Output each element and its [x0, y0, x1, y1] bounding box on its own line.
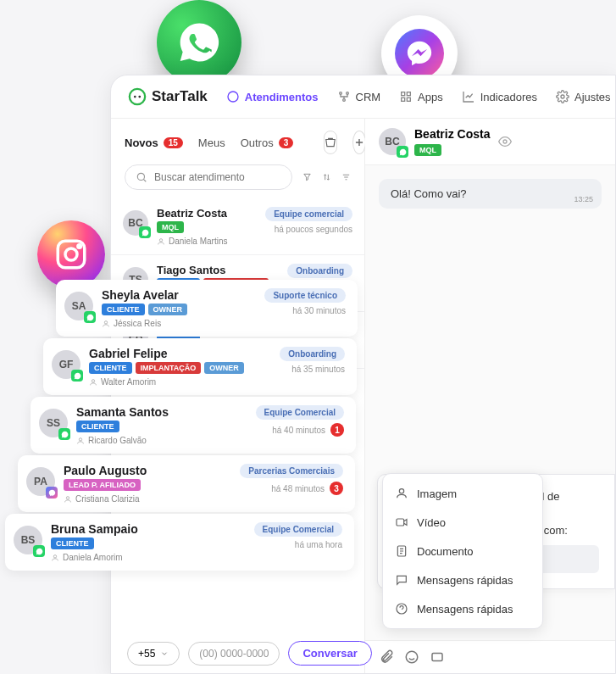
nav-apps[interactable]: Apps	[399, 90, 443, 103]
svg-point-8	[346, 92, 348, 95]
nav-crm[interactable]: CRM	[337, 90, 381, 103]
agent-name: Cristiana Clarizia	[64, 494, 231, 504]
tag: CLIENTE	[89, 362, 132, 374]
svg-point-19	[503, 140, 507, 143]
avatar: SA	[64, 292, 93, 320]
tag: CLIENTE	[51, 538, 94, 549]
svg-point-28	[79, 437, 81, 440]
chat-panel: BC Beatriz Costa MQL Olá! Como vai? 13:2…	[365, 119, 615, 673]
nav-indicadores[interactable]: Indicadores	[462, 90, 537, 103]
whatsapp-badge-icon	[71, 370, 83, 382]
list-item[interactable]: BC Beatriz Costa MQL Daniela Martins Equ…	[111, 198, 364, 255]
template-icon[interactable]	[430, 649, 445, 665]
chat-input-row: Imagem Vídeo Documento Mensagens rápidas	[365, 640, 615, 673]
tab-outros[interactable]: Outros 3	[241, 136, 294, 149]
svg-rect-11	[407, 92, 410, 96]
svg-rect-10	[402, 92, 405, 96]
tag: IMPLANTAÇÃO	[136, 362, 202, 374]
attach-document[interactable]: Documento	[383, 537, 542, 565]
conversation-card[interactable]: GF Gabriel Felipe CLIENTE IMPLANTAÇÃO OW…	[43, 338, 357, 395]
category-pill: Parcerias Comerciais	[240, 464, 343, 478]
whatsapp-badge-icon	[33, 545, 45, 557]
logo: StarTalk	[128, 87, 208, 106]
filter-lines-icon[interactable]	[341, 170, 351, 185]
category-pill: Onboarding	[280, 347, 345, 361]
contact-name: Gabriel Felipe	[89, 347, 271, 360]
call-bar: +55 (00) 0000-0000 Conversar	[127, 641, 372, 666]
filter-icon[interactable]	[302, 170, 312, 185]
whatsapp-badge-icon	[139, 226, 151, 238]
svg-rect-13	[407, 97, 410, 101]
unread-count-badge: 3	[330, 482, 343, 495]
attachment-menu: Imagem Vídeo Documento Mensagens rápidas	[382, 473, 543, 629]
conversation-card[interactable]: SA Sheyla Avelar CLIENTE OWNER Jéssica R…	[56, 280, 358, 337]
floating-conversation-stack: SA Sheyla Avelar CLIENTE OWNER Jéssica R…	[31, 280, 341, 572]
conversation-card[interactable]: PA Paulo Augusto LEAD P. AFILIADO Cristi…	[18, 455, 355, 512]
svg-point-24	[406, 651, 418, 663]
add-button[interactable]	[352, 131, 366, 154]
attach-video[interactable]: Vídeo	[383, 508, 542, 537]
time-text: há 35 minutos	[291, 365, 345, 374]
svg-point-1	[65, 248, 77, 260]
category-pill: Onboarding	[287, 264, 352, 278]
visibility-icon[interactable]	[498, 135, 512, 148]
attach-quick-messages-1[interactable]: Mensagens rápidas	[383, 565, 542, 594]
svg-point-27	[92, 379, 94, 382]
chat-header: BC Beatriz Costa MQL	[365, 119, 615, 165]
outros-count-badge: 3	[279, 137, 294, 148]
svg-point-29	[66, 496, 69, 499]
nav-ajustes[interactable]: Ajustes	[556, 90, 611, 103]
avatar: GF	[52, 350, 80, 379]
message-bubble: Olá! Como vai? 13:25	[379, 179, 602, 209]
svg-point-3	[130, 89, 145, 104]
svg-point-26	[104, 320, 107, 323]
contact-name: Bruna Sampaio	[51, 522, 246, 536]
country-select[interactable]: +55	[127, 642, 180, 666]
svg-point-4	[134, 96, 136, 98]
tab-meus[interactable]: Meus	[198, 136, 225, 149]
tag: LEAD P. AFILIADO	[64, 479, 141, 491]
novos-count-badge: 15	[164, 137, 183, 148]
agent-name: Jéssica Reis	[102, 319, 256, 328]
tag: OWNER	[204, 362, 244, 374]
conversar-button[interactable]: Conversar	[288, 641, 371, 666]
attachment-icon[interactable]	[379, 649, 394, 665]
conversation-card[interactable]: SS Samanta Santos CLIENTE Ricardo Galvão…	[31, 397, 356, 454]
contact-tag: MQL	[414, 144, 441, 156]
category-pill: Equipe Comercial	[256, 405, 344, 420]
avatar: BC	[123, 210, 148, 236]
unread-count-badge: 1	[330, 423, 344, 437]
nav-atendimentos[interactable]: Atendimentos	[226, 90, 319, 103]
whatsapp-badge-icon	[58, 428, 70, 440]
time-text: há 30 minutos	[292, 306, 346, 315]
emoji-icon[interactable]	[404, 649, 419, 665]
whatsapp-badge-icon	[84, 311, 96, 323]
sort-icon[interactable]	[322, 170, 331, 185]
svg-rect-21	[397, 519, 404, 526]
svg-point-14	[561, 95, 564, 98]
search-input[interactable]	[125, 164, 292, 190]
archive-button[interactable]	[324, 131, 337, 154]
tag: CLIENTE	[76, 421, 119, 432]
avatar: BS	[14, 526, 42, 554]
svg-point-16	[159, 238, 162, 241]
attach-image[interactable]: Imagem	[383, 479, 542, 508]
contact-name: Paulo Augusto	[64, 464, 231, 477]
tag: OWNER	[148, 304, 188, 315]
phone-input[interactable]: (00) 0000-0000	[188, 642, 280, 666]
conversation-card[interactable]: BS Bruna Sampaio CLIENTE Daniela Amorim …	[5, 514, 354, 571]
time-text: há 40 minutos	[272, 426, 325, 435]
time-text: há uma hora	[295, 540, 342, 549]
svg-point-7	[339, 92, 341, 95]
tab-novos[interactable]: Novos 15	[125, 136, 183, 149]
svg-point-30	[53, 554, 56, 557]
avatar: PA	[26, 467, 55, 496]
topbar: StarTalk Atendimentos CRM Apps Indicador…	[111, 75, 615, 119]
svg-point-20	[399, 489, 403, 493]
category-pill: Suporte técnico	[264, 288, 346, 303]
svg-rect-12	[402, 97, 405, 101]
chevron-down-icon	[160, 649, 169, 658]
time-text: há poucos segundos	[275, 225, 352, 234]
attach-quick-messages-2[interactable]: Mensagens rápidas	[383, 594, 542, 623]
svg-point-15	[137, 173, 144, 180]
